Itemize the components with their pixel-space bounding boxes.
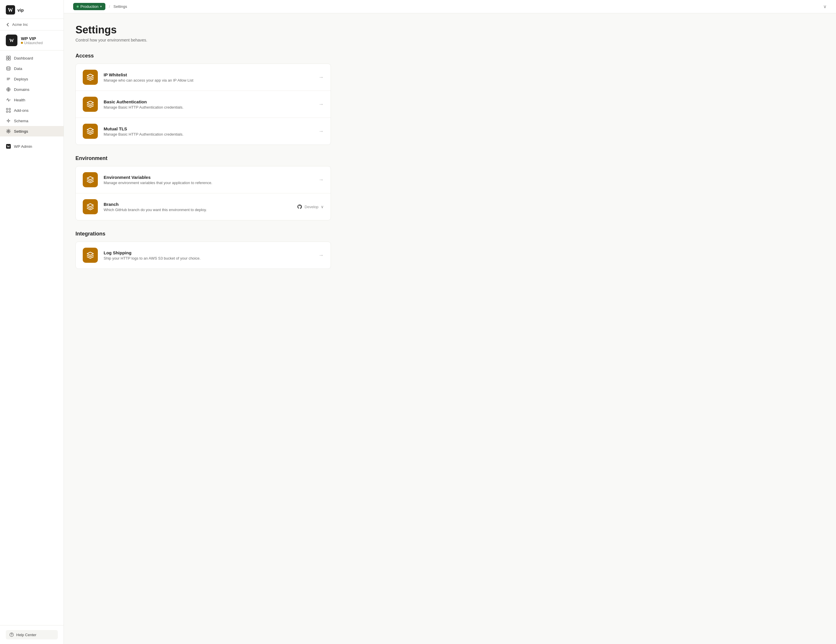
item-desc: Which GitHub branch do you want this env… [104,208,297,212]
item-name: Log Shipping [104,250,318,255]
env-status-dot [77,5,79,8]
sidebar: W vip Acme Inc W WP VIP Unlaunched [0,0,64,644]
svg-rect-9 [7,108,8,110]
addons-icon [6,108,11,113]
svg-text:W: W [9,38,14,43]
item-name: IP Whitelist [104,72,318,77]
item-desc: Manage Basic HTTP Authentication credent… [104,132,318,136]
settings-item-branch[interactable]: Branch Which GitHub branch do you want t… [76,193,331,220]
back-label: Acme Inc [12,22,28,27]
sidebar-item-domains[interactable]: Domains [0,84,64,95]
svg-rect-6 [9,58,10,60]
svg-rect-11 [7,111,8,112]
sidebar-item-wp-admin[interactable]: W WP Admin [0,141,64,152]
app-icon: W [6,34,18,46]
sidebar-item-label: Add-ons [14,108,28,113]
branch-value: Develop [304,205,318,209]
item-desc: Ship your HTTP logs to an AWS S3 bucket … [104,256,318,260]
sidebar-item-deploys[interactable]: Deploys [0,74,64,84]
settings-item-mutual-tls[interactable]: Mutual TLS Manage Basic HTTP Authenticat… [76,118,331,145]
layers-icon [87,203,94,211]
item-text-basic-auth: Basic Authentication Manage Basic HTTP A… [104,99,318,110]
arrow-icon: → [318,177,324,183]
settings-content: Settings Control how your environment be… [64,13,343,290]
settings-item-log-shipping[interactable]: Log Shipping Ship your HTTP logs to an A… [76,242,331,268]
svg-point-7 [7,67,10,68]
branch-action[interactable]: Develop ∨ [297,204,324,209]
sidebar-item-label: WP Admin [14,144,32,149]
section-title-access: Access [75,53,331,59]
branch-chevron-icon: ∨ [321,204,324,209]
app-status: Unlaunched [21,41,42,45]
layers-icon [87,74,94,81]
item-text-branch: Branch Which GitHub branch do you want t… [104,202,297,212]
wordpress-logo-icon: W [6,5,15,15]
status-dot [21,42,23,44]
app-name: WP VIP [21,36,42,41]
svg-point-13 [8,120,9,122]
svg-point-14 [8,131,9,132]
item-desc: Manage Basic HTTP Authentication credent… [104,105,318,110]
topbar-chevron-icon[interactable]: ∨ [823,4,827,9]
help-icon [9,633,14,637]
settings-item-basic-auth[interactable]: Basic Authentication Manage Basic HTTP A… [76,91,331,118]
logo-text: vip [18,8,24,13]
item-icon-basic-auth [83,97,98,112]
sidebar-item-settings[interactable]: Settings [0,126,64,136]
svg-rect-10 [9,108,10,110]
sidebar-item-health[interactable]: Health [0,95,64,105]
sidebar-footer: Help Center [0,625,64,644]
svg-text:W: W [7,145,10,148]
breadcrumb-separator: / [109,4,110,9]
item-name: Branch [104,202,297,207]
item-icon-log-shipping [83,248,98,263]
sidebar-item-schema[interactable]: Schema [0,116,64,126]
domains-icon [6,87,11,92]
item-desc: Manage environment variables that your a… [104,181,318,185]
item-icon-mutual-tls [83,124,98,139]
sidebar-item-label: Health [14,98,25,102]
access-settings-list: IP Whitelist Manage who can access your … [75,64,331,145]
sidebar-item-dashboard[interactable]: Dashboard [0,53,64,63]
sidebar-item-addons[interactable]: Add-ons [0,105,64,116]
item-icon-env-vars [83,172,98,187]
app-info: W WP VIP Unlaunched [0,31,64,51]
sidebar-item-label: Domains [14,87,29,92]
back-button[interactable]: Acme Inc [0,19,64,31]
breadcrumb-item: Settings [114,4,127,9]
settings-item-env-vars[interactable]: Environment Variables Manage environment… [76,167,331,193]
wp-admin-icon: W [6,144,11,149]
deploys-icon [6,76,11,82]
logo: W vip [0,0,64,19]
status-label: Unlaunched [24,41,42,45]
item-icon-ip-whitelist [83,70,98,85]
svg-rect-12 [9,111,10,112]
environment-settings-list: Environment Variables Manage environment… [75,166,331,221]
layers-icon [87,100,94,108]
help-center-button[interactable]: Help Center [6,630,58,639]
layers-icon [87,176,94,183]
layers-icon [87,252,94,259]
integrations-settings-list: Log Shipping Ship your HTTP logs to an A… [75,242,331,269]
sidebar-item-label: Dashboard [14,56,33,60]
topbar: Production ▾ / Settings ∨ [64,0,836,13]
main-content: Production ▾ / Settings ∨ Settings Contr… [64,0,836,644]
item-icon-branch [83,199,98,214]
svg-rect-4 [9,56,10,58]
sidebar-item-data[interactable]: Data [0,63,64,74]
health-icon [6,97,11,103]
settings-item-ip-whitelist[interactable]: IP Whitelist Manage who can access your … [76,64,331,91]
item-text-ip-whitelist: IP Whitelist Manage who can access your … [104,72,318,82]
item-name: Mutual TLS [104,126,318,131]
arrow-icon: → [318,128,324,134]
dashboard-icon [6,56,11,60]
topbar-left: Production ▾ / Settings [73,3,127,10]
schema-icon [6,118,11,123]
svg-rect-3 [7,56,8,58]
environment-badge[interactable]: Production ▾ [73,3,105,10]
app-details: WP VIP Unlaunched [21,36,42,45]
sidebar-item-label: Data [14,67,22,71]
back-arrow-icon [6,23,10,27]
arrow-icon: → [318,252,324,258]
arrow-icon: → [318,101,324,108]
